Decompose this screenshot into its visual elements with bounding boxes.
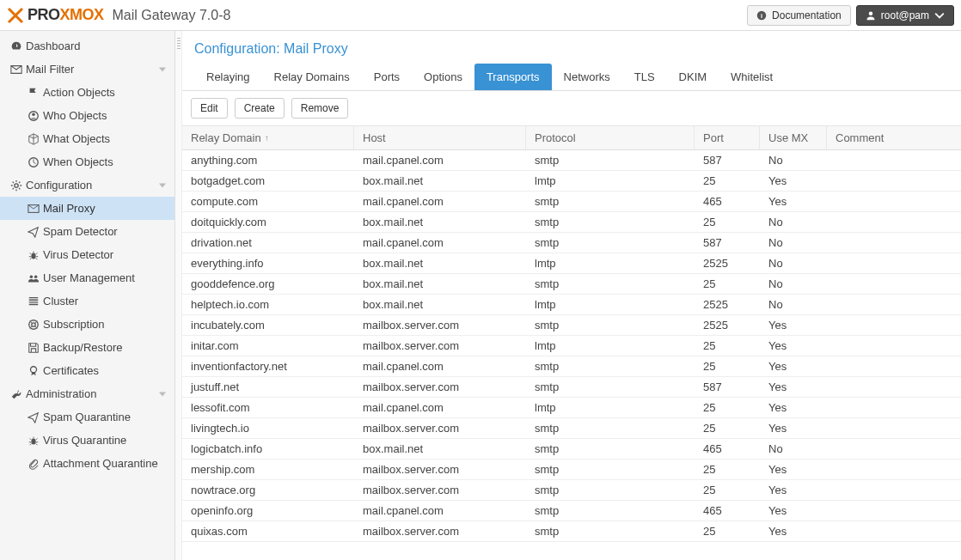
cell-usemx: Yes	[760, 315, 827, 335]
table-row[interactable]: initar.commailbox.server.comlmtp25Yes	[182, 336, 961, 356]
svg-point-6	[15, 183, 18, 186]
cell-domain: botgadget.com	[182, 171, 354, 191]
bug-icon	[24, 249, 43, 261]
cell-comment	[827, 398, 961, 417]
table-row[interactable]: logicbatch.infobox.mail.netsmtp465No	[182, 439, 961, 460]
table-row[interactable]: livingtech.iomailbox.server.comsmtp25Yes	[182, 418, 961, 439]
col-header-host[interactable]: Host	[354, 126, 526, 149]
table-row[interactable]: inventionfactory.netmail.cpanel.comsmtp2…	[182, 356, 961, 377]
sidebar-item-when-objects[interactable]: When Objects	[0, 150, 174, 173]
table-row[interactable]: nowtrace.orgmailbox.server.comsmtp25Yes	[182, 480, 961, 501]
table-row[interactable]: incubately.commailbox.server.comsmtp2525…	[182, 315, 961, 336]
cell-comment	[827, 356, 961, 376]
svg-point-9	[30, 275, 34, 278]
cell-usemx: Yes	[760, 460, 827, 479]
cell-port: 25	[695, 336, 760, 356]
sidebar-item-what-objects[interactable]: What Objects	[0, 127, 174, 150]
grid-body[interactable]: anything.commail.cpanel.comsmtp587Nobotg…	[182, 150, 961, 560]
sidebar-item-subscription[interactable]: Subscription	[0, 313, 174, 336]
cell-port: 25	[695, 274, 760, 294]
cell-domain: openinfo.org	[182, 501, 354, 520]
table-row[interactable]: gooddefence.orgbox.mail.netsmtp25No	[182, 274, 961, 295]
col-header-comment[interactable]: Comment	[827, 126, 961, 149]
brand-part2: XMOX	[60, 6, 104, 23]
cell-host: box.mail.net	[354, 171, 526, 191]
table-row[interactable]: mership.commailbox.server.comsmtp25Yes	[182, 460, 961, 480]
tab-tls[interactable]: TLS	[622, 64, 667, 90]
col-header-domain[interactable]: Relay Domain ↑	[182, 126, 354, 149]
cell-protocol: smtp	[526, 192, 695, 211]
content-panel: Configuration: Mail Proxy RelayingRelay …	[182, 31, 961, 560]
cell-protocol: smtp	[526, 150, 695, 170]
sidebar-item-virus-detector[interactable]: Virus Detector	[0, 243, 174, 266]
cell-usemx: No	[760, 439, 827, 459]
tab-transports[interactable]: Transports	[474, 64, 552, 90]
cell-domain: gooddefence.org	[182, 274, 354, 294]
cell-usemx: No	[760, 212, 827, 232]
cell-host: box.mail.net	[354, 253, 526, 273]
sidebar-item-configuration[interactable]: Configuration	[0, 173, 174, 197]
tab-whitelist[interactable]: Whitelist	[719, 64, 785, 90]
chevron-down-icon	[934, 10, 945, 21]
cell-comment	[827, 501, 961, 520]
sidebar-item-virus-quarantine[interactable]: Virus Quarantine	[0, 429, 174, 452]
sidebar-item-spam-quarantine[interactable]: Spam Quarantine	[0, 405, 174, 429]
tab-relaying[interactable]: Relaying	[194, 64, 262, 90]
table-row[interactable]: justuff.netmailbox.server.comsmtp587Yes	[182, 377, 961, 398]
table-row[interactable]: lessofit.commail.cpanel.comlmtp25Yes	[182, 398, 961, 418]
certificate-icon	[24, 365, 43, 377]
sidebar-item-who-objects[interactable]: Who Objects	[0, 104, 174, 127]
sidebar-item-certificates[interactable]: Certificates	[0, 359, 174, 382]
sidebar-item-label: Attachment Quarantine	[43, 457, 158, 470]
sidebar-item-mail-proxy[interactable]: Mail Proxy	[0, 197, 174, 220]
cell-host: mailbox.server.com	[354, 315, 526, 335]
wrench-icon	[7, 388, 26, 400]
cogs-icon	[7, 180, 26, 192]
sidebar-item-attachment-quarantine[interactable]: Attachment Quarantine	[0, 452, 174, 475]
tab-ports[interactable]: Ports	[362, 64, 412, 90]
table-row[interactable]: anything.commail.cpanel.comsmtp587No	[182, 150, 961, 171]
cell-usemx: Yes	[760, 171, 827, 191]
col-header-port[interactable]: Port	[695, 126, 760, 149]
save-icon	[24, 342, 43, 354]
cell-port: 2525	[695, 315, 760, 335]
sidebar-item-action-objects[interactable]: Action Objects	[0, 81, 174, 104]
tab-options[interactable]: Options	[412, 64, 474, 90]
cell-protocol: smtp	[526, 521, 695, 541]
cell-host: mail.cpanel.com	[354, 192, 526, 211]
sidebar-item-user-management[interactable]: User Management	[0, 266, 174, 289]
table-row[interactable]: helptech.io.combox.mail.netlmtp2525No	[182, 295, 961, 315]
table-row[interactable]: everything.infobox.mail.netlmtp2525No	[182, 253, 961, 274]
cell-host: box.mail.net	[354, 212, 526, 232]
user-menu-button[interactable]: root@pam	[856, 5, 954, 26]
sidebar-item-backup-restore[interactable]: Backup/Restore	[0, 336, 174, 359]
cell-host: mailbox.server.com	[354, 377, 526, 397]
tab-relay-domains[interactable]: Relay Domains	[262, 64, 362, 90]
toolbar: Edit Create Remove	[182, 91, 961, 126]
cube-icon	[24, 133, 43, 145]
col-header-protocol[interactable]: Protocol	[526, 126, 695, 149]
sidebar-item-label: Administration	[26, 387, 96, 400]
transports-grid: Relay Domain ↑ Host Protocol Port Use MX…	[182, 126, 961, 560]
table-row[interactable]: compute.commail.cpanel.comsmtp465Yes	[182, 192, 961, 212]
create-button[interactable]: Create	[235, 98, 285, 119]
tab-dkim[interactable]: DKIM	[667, 64, 719, 90]
table-row[interactable]: quixas.commailbox.server.comsmtp25Yes	[182, 521, 961, 542]
table-row[interactable]: openinfo.orgmail.cpanel.comsmtp465Yes	[182, 501, 961, 521]
tab-networks[interactable]: Networks	[552, 64, 622, 90]
remove-button[interactable]: Remove	[291, 98, 349, 119]
cell-port: 25	[695, 171, 760, 191]
user-label: root@pam	[881, 9, 929, 21]
sidebar-item-spam-detector[interactable]: Spam Detector	[0, 220, 174, 243]
table-row[interactable]: botgadget.combox.mail.netlmtp25Yes	[182, 171, 961, 192]
table-row[interactable]: doitquickly.combox.mail.netsmtp25No	[182, 212, 961, 233]
splitter[interactable]	[175, 31, 182, 560]
sidebar-item-mail-filter[interactable]: Mail Filter	[0, 58, 174, 81]
sidebar-item-dashboard[interactable]: Dashboard	[0, 34, 174, 58]
sidebar-item-administration[interactable]: Administration	[0, 382, 174, 405]
documentation-button[interactable]: i Documentation	[747, 5, 851, 26]
table-row[interactable]: drivation.netmail.cpanel.comsmtp587No	[182, 233, 961, 253]
edit-button[interactable]: Edit	[191, 98, 228, 119]
sidebar-item-cluster[interactable]: Cluster	[0, 289, 174, 313]
col-header-usemx[interactable]: Use MX	[760, 126, 827, 149]
